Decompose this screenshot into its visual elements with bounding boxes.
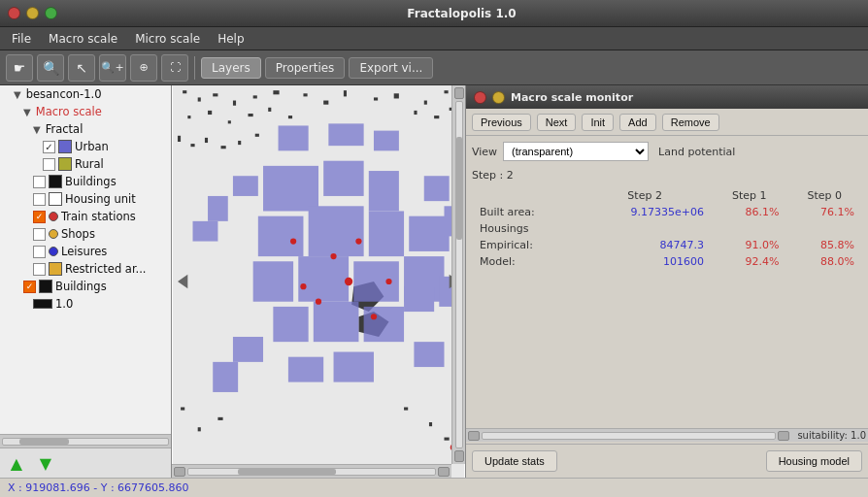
- scroll-left-btn[interactable]: [174, 467, 185, 477]
- zoom-out-tool[interactable]: 🔍: [37, 54, 64, 82]
- tree-item-besancon[interactable]: ▼ besancon-1.0: [0, 85, 171, 103]
- layers-button[interactable]: Layers: [201, 57, 261, 79]
- select-tool[interactable]: ↖: [68, 54, 95, 82]
- menu-help[interactable]: Help: [210, 30, 251, 48]
- tree-item-restricted[interactable]: Restricted ar...: [0, 260, 171, 278]
- next-button[interactable]: Next: [537, 114, 577, 131]
- scroll-thumb[interactable]: [19, 439, 69, 445]
- svg-point-65: [316, 299, 321, 305]
- suitability-label: suitability: 1.0: [797, 430, 866, 441]
- svg-point-69: [355, 238, 361, 244]
- rural-checkbox[interactable]: [43, 158, 55, 171]
- close-button[interactable]: [8, 7, 20, 19]
- svg-rect-61: [279, 125, 309, 150]
- tree-item-shops[interactable]: Shops: [0, 225, 171, 243]
- built-area-step0: 76.1%: [786, 204, 862, 220]
- monitor-min-button[interactable]: [492, 91, 505, 104]
- hand-tool[interactable]: ☛: [6, 54, 33, 82]
- svg-rect-8: [323, 101, 328, 105]
- export-button[interactable]: Export vi...: [349, 57, 433, 79]
- tree-item-macro[interactable]: ▼ Macro scale: [0, 103, 171, 120]
- v-scroll-thumb[interactable]: [456, 137, 462, 241]
- col-step0-header: Step 0: [786, 187, 862, 204]
- buildings-checkbox[interactable]: [33, 176, 46, 188]
- monitor-scroll-track[interactable]: [482, 432, 776, 440]
- monitor-scroll-left[interactable]: [468, 431, 480, 441]
- col-step2-header: Step 2: [578, 187, 712, 204]
- menu-file[interactable]: File: [4, 30, 39, 48]
- move-up-button[interactable]: ▲: [4, 452, 29, 474]
- tree-item-rural[interactable]: Rural: [0, 155, 171, 173]
- h-scroll-thumb[interactable]: [238, 469, 337, 475]
- svg-point-67: [330, 253, 336, 259]
- properties-button[interactable]: Properties: [265, 57, 346, 79]
- maximize-button[interactable]: [45, 7, 57, 19]
- table-row: Model: 101600 92.4% 88.0%: [472, 253, 862, 270]
- v-scroll-track[interactable]: [455, 101, 463, 448]
- map-hscrollbar[interactable]: [172, 464, 451, 478]
- tree-item-buildings[interactable]: Buildings: [0, 173, 171, 190]
- svg-rect-54: [233, 337, 263, 362]
- layer-scrollbar[interactable]: [0, 434, 171, 447]
- move-down-button[interactable]: ▼: [33, 452, 58, 474]
- restricted-checkbox[interactable]: [33, 263, 46, 276]
- train-checkbox[interactable]: [33, 211, 46, 223]
- scroll-track[interactable]: [2, 438, 169, 446]
- housing-checkbox[interactable]: [33, 193, 46, 206]
- monitor-spacer: [466, 288, 868, 429]
- monitor-scroll-right[interactable]: [778, 431, 789, 441]
- urban-checkbox[interactable]: [43, 141, 55, 153]
- menu-macro-scale[interactable]: Macro scale: [41, 30, 125, 48]
- menu-micro-scale[interactable]: Micro scale: [127, 30, 208, 48]
- scroll-up-btn[interactable]: [454, 87, 464, 99]
- h-scroll-track[interactable]: [187, 468, 436, 476]
- train-label: Train stations: [61, 210, 136, 223]
- svg-rect-2: [198, 97, 201, 101]
- buildings2-checkbox[interactable]: [23, 281, 36, 293]
- tree-item-leisures[interactable]: Leisures: [0, 243, 171, 260]
- layers-panel: ▼ besancon-1.0 ▼ Macro scale ▼ Fractal U…: [0, 85, 172, 478]
- menubar: File Macro scale Micro scale Help: [0, 27, 868, 50]
- built-area-label: Built area:: [472, 204, 578, 220]
- tree-item-train[interactable]: Train stations: [0, 208, 171, 225]
- leisures-checkbox[interactable]: [33, 246, 46, 258]
- tree-item-buildings2[interactable]: Buildings: [0, 278, 171, 295]
- svg-rect-34: [255, 134, 259, 137]
- tree-item-fractal[interactable]: ▼ Fractal: [0, 120, 171, 138]
- svg-rect-48: [364, 307, 404, 342]
- zoom-select-tool[interactable]: ⊕: [130, 54, 157, 82]
- svg-rect-42: [253, 261, 293, 301]
- map-area[interactable]: [172, 85, 465, 478]
- main-content: ▼ besancon-1.0 ▼ Macro scale ▼ Fractal U…: [0, 85, 868, 478]
- minimize-button[interactable]: [26, 7, 39, 19]
- update-stats-button[interactable]: Update stats: [472, 450, 557, 472]
- svg-rect-56: [414, 342, 444, 367]
- view-row: View (transparent) Land potential: [472, 142, 862, 161]
- remove-button[interactable]: Remove: [662, 114, 719, 131]
- add-button[interactable]: Add: [619, 114, 656, 131]
- svg-point-68: [300, 283, 306, 289]
- monitor-scrollbar[interactable]: suitability: 1.0: [466, 428, 868, 442]
- shops-checkbox[interactable]: [33, 228, 46, 241]
- svg-rect-55: [213, 362, 238, 392]
- scroll-right-btn[interactable]: [438, 467, 450, 477]
- fullscreen-tool[interactable]: ⛶: [161, 54, 188, 82]
- tree-item-housing-unit[interactable]: Housing unit: [0, 190, 171, 208]
- view-select[interactable]: (transparent): [503, 142, 649, 161]
- svg-rect-25: [217, 417, 222, 420]
- previous-button[interactable]: Previous: [472, 114, 531, 131]
- map-vscrollbar[interactable]: [451, 85, 465, 464]
- zoom-in-tool[interactable]: 🔍+: [99, 54, 126, 82]
- housing-model-button[interactable]: Housing model: [766, 450, 862, 472]
- tree-item-scale[interactable]: 1.0: [0, 295, 171, 313]
- fractal-label: Fractal: [46, 122, 83, 136]
- layer-arrows: ▲ ▼: [0, 447, 171, 478]
- scroll-down-btn[interactable]: [454, 450, 464, 462]
- map-canvas[interactable]: [172, 85, 465, 478]
- leisures-label: Leisures: [61, 245, 107, 258]
- init-button[interactable]: Init: [582, 114, 614, 131]
- svg-rect-20: [414, 111, 417, 115]
- monitor-close-button[interactable]: [474, 91, 486, 104]
- rural-color: [58, 157, 72, 171]
- tree-item-urban[interactable]: Urban: [0, 138, 171, 155]
